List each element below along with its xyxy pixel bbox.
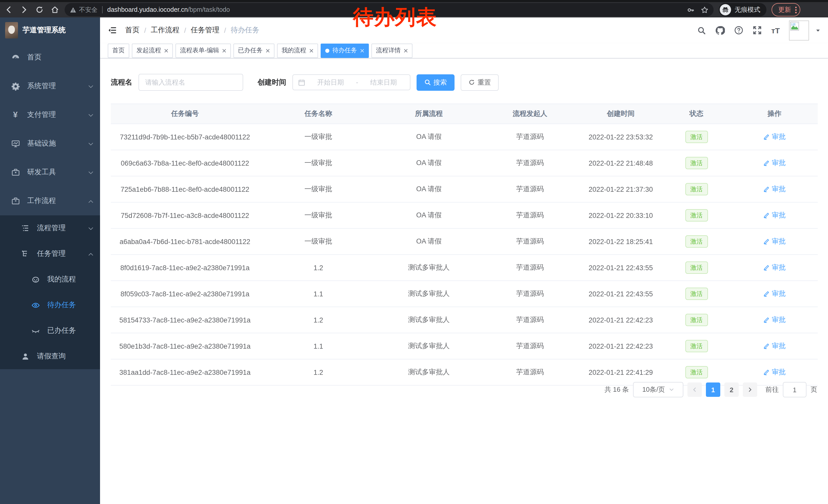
sidebar-item-my-process[interactable]: 我的流程 [0, 267, 100, 292]
help-icon[interactable] [734, 26, 744, 35]
col-status: 状态 [662, 104, 731, 124]
status-badge: 激活 [685, 157, 708, 169]
update-label: 更新 [778, 5, 791, 14]
tab-process-detail[interactable]: 流程详情 [371, 43, 412, 58]
cell-create-time: 2022-01-22 20:33:10 [580, 202, 662, 228]
github-icon[interactable] [715, 26, 725, 35]
approve-link[interactable]: 审批 [763, 158, 786, 168]
process-name-label: 流程名 [111, 78, 132, 87]
tab-close-icon[interactable] [309, 47, 314, 54]
cell-task-id: a6aba0a4-7b6d-11ec-b781-acde48001122 [111, 228, 259, 255]
sidebar-item-leave-query[interactable]: 请假查询 [0, 343, 100, 369]
start-date-placeholder[interactable]: 开始日期 [309, 78, 352, 87]
goto-suffix: 页 [811, 385, 817, 394]
app-logo[interactable]: 芋道管理系统 [0, 17, 100, 43]
approve-link[interactable]: 审批 [763, 368, 786, 377]
tab-home[interactable]: 首页 [108, 43, 129, 58]
sidebar-item-devtools[interactable]: 研发工具 [0, 158, 100, 187]
security-warning[interactable]: 不安全 [70, 5, 97, 14]
approve-link[interactable]: 审批 [763, 341, 786, 351]
table-row: 381aa1dd-7ac8-11ec-a9e2-a2380e71991a 1.2… [111, 359, 818, 385]
app-title: 芋道管理系统 [23, 26, 66, 35]
date-range-picker[interactable]: 开始日期 - 结束日期 [292, 74, 410, 90]
approve-link[interactable]: 审批 [763, 289, 786, 299]
reload-icon[interactable] [33, 3, 46, 16]
page-2-button[interactable]: 2 [724, 382, 739, 397]
process-name-input[interactable] [138, 74, 243, 91]
cell-create-time: 2022-01-22 21:37:30 [580, 176, 662, 202]
password-key-icon[interactable] [687, 6, 695, 14]
approve-link[interactable]: 审批 [763, 263, 786, 272]
chevron-up-icon [88, 197, 94, 205]
font-size-icon[interactable]: ᴛT [771, 26, 780, 35]
next-page-button[interactable] [743, 382, 757, 397]
browser-menu-icon[interactable] [795, 6, 797, 13]
approve-link[interactable]: 审批 [763, 237, 786, 246]
pen-icon [763, 317, 770, 323]
sidebar-item-task-mgmt[interactable]: 任务管理 [0, 241, 100, 267]
end-date-placeholder[interactable]: 结束日期 [362, 78, 405, 87]
tab-form-edit[interactable]: 流程表单-编辑 [175, 43, 231, 58]
sidebar-item-home[interactable]: 首页 [0, 43, 100, 72]
table-row: 75d72608-7b7f-11ec-a3c8-acde48001122 一级审… [111, 202, 818, 228]
tab-start-process[interactable]: 发起流程 [132, 43, 173, 58]
breadcrumb-home[interactable]: 首页 [125, 26, 139, 35]
breadcrumb-task-mgmt[interactable]: 任务管理 [191, 26, 219, 35]
tab-close-icon[interactable] [164, 47, 168, 54]
page-1-button[interactable]: 1 [706, 382, 720, 397]
sidebar-item-system[interactable]: 系统管理 [0, 72, 100, 100]
goto-page-input[interactable] [783, 382, 806, 397]
sidebar-item-workflow[interactable]: 工作流程 [0, 187, 100, 215]
page-size-select[interactable]: 10条/页 [633, 382, 683, 397]
cell-starter: 芋道源码 [480, 202, 580, 228]
pen-icon [763, 264, 770, 271]
tab-close-icon[interactable] [266, 47, 270, 54]
status-badge: 激活 [685, 131, 708, 143]
search-icon [424, 79, 431, 86]
sidebar-collapse-icon[interactable] [108, 26, 117, 35]
breadcrumb-workflow[interactable]: 工作流程 [151, 26, 179, 35]
approve-link[interactable]: 审批 [763, 132, 786, 141]
col-starter: 流程发起人 [480, 104, 580, 124]
tab-close-icon[interactable] [222, 47, 226, 54]
pen-icon [763, 290, 770, 297]
cell-create-time: 2022-01-22 21:48:48 [580, 150, 662, 176]
avatar-caret-icon[interactable] [815, 26, 821, 35]
forward-icon[interactable] [17, 3, 31, 16]
eye-closed-icon [31, 326, 40, 335]
tab-close-icon[interactable] [404, 47, 408, 54]
sidebar-item-infra[interactable]: 基础设施 [0, 129, 100, 158]
approve-link[interactable]: 审批 [763, 211, 786, 220]
cell-create-time: 2022-01-22 18:25:41 [580, 228, 662, 255]
approve-link[interactable]: 审批 [763, 185, 786, 194]
home-icon[interactable] [48, 3, 61, 16]
header-search-icon[interactable] [697, 26, 706, 35]
cell-create-time: 2022-01-21 22:42:23 [580, 333, 662, 359]
reset-button[interactable]: 重置 [461, 74, 499, 91]
sidebar-item-process-mgmt[interactable]: 流程管理 [0, 215, 100, 241]
bookmark-star-icon[interactable] [701, 6, 708, 14]
tab-todo-tasks[interactable]: 待办任务 [321, 43, 369, 58]
cell-create-time: 2022-01-21 22:42:23 [580, 307, 662, 333]
breadcrumb: 首页 / 工作流程 / 任务管理 / 待办任务 [125, 26, 259, 35]
back-icon[interactable] [2, 3, 15, 16]
chevron-down-icon [88, 111, 94, 119]
sidebar-item-payment[interactable]: ¥ 支付管理 [0, 100, 100, 129]
browser-update-button[interactable]: 更新 [772, 3, 800, 16]
col-actions: 操作 [731, 104, 818, 124]
sidebar-item-todo-tasks[interactable]: 待办任务 [0, 292, 100, 318]
search-button[interactable]: 搜索 [417, 74, 455, 91]
incognito-badge: 无痕模式 [719, 3, 767, 16]
approve-link[interactable]: 审批 [763, 315, 786, 325]
cell-task-id: 069c6a63-7b8a-11ec-8ef0-acde48001122 [111, 150, 259, 176]
fullscreen-icon[interactable] [753, 26, 762, 35]
tab-close-icon[interactable] [360, 47, 364, 54]
tab-done-tasks[interactable]: 已办任务 [234, 43, 275, 58]
tab-my-process[interactable]: 我的流程 [277, 43, 318, 58]
warning-icon [70, 6, 76, 13]
avatar[interactable] [789, 20, 809, 40]
sidebar-item-done-tasks[interactable]: 已办任务 [0, 318, 100, 343]
tags-view-bar: 首页 发起流程 流程表单-编辑 已办任务 我的流程 待办任务 流程详情 [100, 43, 828, 58]
dashboard-icon [11, 53, 20, 62]
prev-page-button[interactable] [688, 382, 702, 397]
